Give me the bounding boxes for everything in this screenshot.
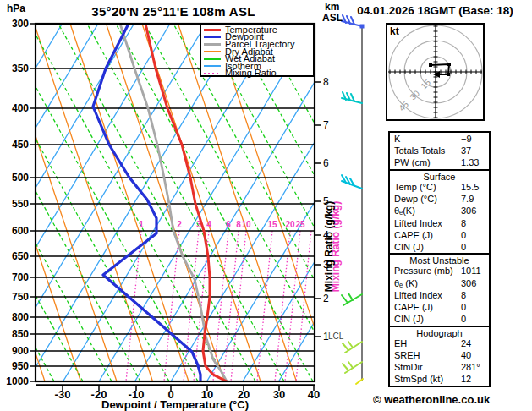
table-row-label: CIN (J): [394, 314, 424, 324]
wind-barb: [342, 293, 362, 305]
wind-barb: [342, 92, 362, 103]
km-tick-label: 7: [323, 120, 340, 130]
pressure-tick-label: 1000: [2, 376, 29, 386]
table-row-label: θₑ (K): [394, 278, 418, 288]
legend-line-sample: [204, 43, 221, 46]
km-tick-label: 3: [323, 260, 340, 270]
pressure-axis-unit: hPa: [7, 3, 25, 14]
mixing-ratio-line: [296, 231, 311, 381]
temp-tick-label: 0: [152, 389, 189, 400]
wind-barb: [343, 342, 362, 353]
mixing-ratio-value-label: 15: [266, 221, 279, 229]
table-section-header: Hodograph: [390, 326, 489, 337]
table-row-label: SREH: [394, 350, 420, 360]
table-row-value: 24: [461, 337, 471, 349]
table-row-label: EH: [394, 338, 407, 348]
table-row: θₑ(K)306: [390, 205, 489, 216]
table-row-label: Temp (°C): [394, 182, 436, 192]
table-row-label: PW (cm): [394, 157, 431, 167]
pressure-tick-label: 750: [2, 292, 29, 302]
legend-line-sample: [204, 51, 221, 52]
table-row-label: StmDir: [394, 362, 423, 372]
table-row-value: 306: [461, 205, 476, 216]
pressure-tick-label: 650: [2, 251, 29, 261]
legend-line-sample: [204, 73, 221, 74]
wind-barb: [342, 175, 362, 189]
legend-item: Mixing Ratio: [204, 70, 313, 78]
km-tick-label: 6: [323, 158, 340, 168]
mixing-ratio-line: [164, 231, 179, 381]
pressure-tick-label: 400: [2, 103, 29, 113]
legend-line-sample: [204, 36, 221, 38]
table-row-value: 0: [461, 229, 466, 241]
table-row: CAPE (J)0: [390, 301, 489, 313]
credit-footer: © weatheronline.co.uk: [373, 393, 490, 406]
table-row-label: Lifted Index: [394, 290, 442, 300]
pressure-tick-label: 800: [2, 312, 29, 322]
temp-tick-label: -10: [118, 389, 155, 400]
table-row-value: −9: [461, 133, 472, 145]
table-row-label: Lifted Index: [394, 218, 442, 228]
station-title: 35°20'N 25°11'E 108m ASL: [34, 4, 313, 19]
table-row: SREH40: [390, 349, 489, 361]
table-row-label: Totals Totals: [394, 145, 445, 156]
table-row-value: 1011: [461, 265, 481, 277]
mixing-ratio-line: [223, 231, 239, 381]
run-title: 04.01.2026 18GMT (Base: 18): [338, 4, 532, 17]
table-row-value: 306: [461, 277, 476, 289]
mixing-ratio-value-label: 10: [239, 221, 253, 229]
table-row: Lifted Index8: [390, 289, 489, 301]
table-row-value: 8: [461, 217, 466, 229]
temp-tick-label: -20: [80, 389, 118, 400]
table-row: CAPE (J)0: [390, 229, 489, 241]
altitude-axis-unit-km: km: [325, 2, 339, 12]
table-row-label: CAPE (J): [394, 302, 433, 312]
table-row-value: 1.33: [461, 156, 479, 168]
mixing-ratio-value-label: 1: [134, 221, 148, 229]
wind-barb: [342, 15, 365, 29]
temp-tick-label: -30: [44, 389, 81, 400]
table-row-value: 0: [461, 301, 466, 313]
table-row: K−9: [390, 133, 489, 145]
table-row-value: 15.5: [461, 181, 479, 193]
table-row: Dewp (°C)7.9: [390, 193, 489, 205]
table-row-value: 37: [461, 145, 471, 156]
dewpoint-curve: [93, 24, 200, 381]
table-row-value: 281°: [461, 361, 480, 373]
table-row-value: 8: [461, 289, 466, 301]
legend: TemperatureDewpointParcel TrajectoryDry …: [200, 24, 315, 77]
table-row-label: CAPE (J): [394, 230, 433, 240]
km-tick-label: 5: [323, 196, 340, 206]
table-row-value: 40: [461, 349, 471, 361]
sounding-chart: hPa 35°20'N 25°11'E 108m ASL km ASL 04.0…: [0, 0, 532, 411]
table-row: EH24: [390, 337, 489, 349]
table-row-label: CIN (J): [394, 242, 424, 252]
table-row-label: K: [394, 134, 400, 144]
table-row: StmDir281°: [390, 361, 489, 373]
table-row: Pressure (mb)1011: [390, 265, 489, 277]
table-row: Lifted Index8: [390, 217, 489, 229]
legend-item-label: Mixing Ratio: [225, 69, 277, 77]
table-row-value: 0: [461, 241, 466, 253]
table-row-label: StmSpd (kt): [394, 374, 443, 384]
table-row-value: 0: [461, 313, 466, 325]
legend-line-sample: [204, 65, 221, 67]
pressure-tick-label: 700: [2, 272, 29, 282]
km-tick-label: 8: [323, 77, 340, 87]
wet-adiabat-line: [116, 24, 313, 381]
table-row: θₑ (K)306: [390, 277, 489, 289]
km-tick-label: 2: [323, 293, 340, 304]
km-tick-label: 1: [323, 332, 340, 342]
pressure-tick-label: 900: [2, 346, 29, 356]
indices-table: K−9Totals Totals37PW (cm)1.33SurfaceTemp…: [388, 131, 491, 387]
temp-tick-label: 10: [189, 389, 226, 400]
pressure-tick-label: 500: [2, 173, 29, 183]
temp-tick-label: 40: [295, 389, 332, 400]
mixing-ratio-value-label: 2: [173, 221, 186, 229]
pressure-tick-label: 450: [2, 140, 29, 150]
temp-tick-label: 30: [261, 389, 298, 400]
table-row-label: θₑ(K): [394, 206, 415, 216]
table-section-header: Most Unstable: [390, 253, 489, 265]
temp-tick-label: 20: [225, 389, 262, 400]
pressure-tick-label: 850: [2, 329, 29, 339]
